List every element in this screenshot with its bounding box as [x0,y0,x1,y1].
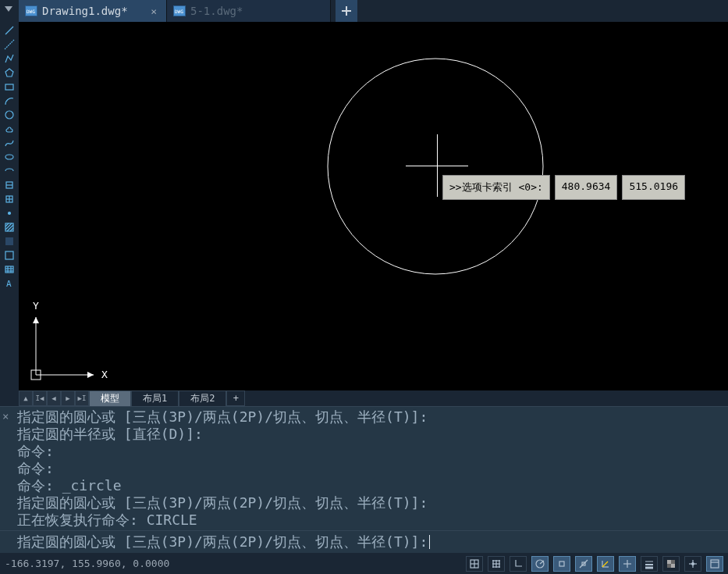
ducs-toggle[interactable] [597,556,614,572]
dynamic-prompt[interactable]: >>选项卡索引 <0>: [442,175,550,200]
command-history[interactable]: 指定圆的圆心或 [三点(3P)/两点(2P)/切点、切点、半径(T)]: 指定圆… [0,407,728,530]
drawing-canvas[interactable]: >>选项卡索引 <0>: 480.9634 515.0196 X Y [19,22,728,390]
svg-rect-54 [667,560,671,564]
ucs-x-label: X [101,369,108,380]
file-tab-drawing1[interactable]: Drawing1.dwg* × [19,0,167,22]
layout-nav-up-icon[interactable]: ▲ [19,390,33,406]
layout-nav-next-icon[interactable]: ▶ [61,390,75,406]
circle-tool[interactable] [2,108,17,122]
spline-tool[interactable] [2,136,17,150]
transparency-toggle[interactable] [662,556,680,572]
svg-rect-59 [711,560,719,568]
command-window: × 指定圆的圆心或 [三点(3P)/两点(2P)/切点、切点、半径(T)]: 指… [0,406,728,553]
osnap-toggle[interactable] [553,556,570,572]
layout-nav-prev-icon[interactable]: ◀ [47,390,61,406]
svg-point-58 [691,562,694,565]
otrack-toggle[interactable] [575,556,592,572]
selection-cycling-toggle[interactable] [684,556,701,572]
command-history-line: 指定圆的半径或 [直径(D)]: [17,426,728,443]
svg-rect-55 [671,564,675,568]
layout-nav-first-icon[interactable]: I◀ [33,390,47,406]
close-commandline-icon[interactable]: × [2,410,13,421]
ucs-icon: X Y [25,300,111,386]
status-bar: -166.3197, 155.9960, 0.0000 [0,553,728,574]
command-history-line: 命令: _circle [17,477,728,494]
ellipse-tool[interactable] [2,150,17,164]
svg-marker-27 [87,372,94,378]
svg-line-14 [5,223,12,230]
quick-properties-toggle[interactable] [706,556,723,572]
polygon-tool[interactable] [2,66,17,80]
svg-rect-18 [5,251,13,259]
hatch-tool[interactable] [2,220,17,234]
make-block-tool[interactable] [2,192,17,206]
command-history-line: 指定圆的圆心或 [三点(3P)/两点(2P)/切点、切点、半径(T)]: [17,494,728,512]
table-tool[interactable] [2,262,17,276]
svg-line-43 [580,560,588,568]
construction-line-tool[interactable] [2,37,17,52]
svg-rect-12 [5,223,13,231]
file-tab-label: 5-1.dwg* [190,5,324,17]
svg-rect-3 [5,84,13,90]
svg-text:A: A [6,279,12,289]
svg-line-47 [602,562,608,567]
layout-tab-add-button[interactable]: + [226,390,245,406]
svg-point-5 [5,155,13,159]
mtext-tool[interactable]: A [2,276,17,291]
command-input[interactable]: 指定圆的圆心或 [三点(3P)/两点(2P)/切点、切点、半径(T)]: [0,530,728,553]
layout-tab-bar: ▲ I◀ ◀ ▶ ▶I 模型 布局1 布局2 + [0,390,728,406]
polyline-tool[interactable] [2,52,17,66]
text-cursor-icon [429,535,430,549]
ellipse-arc-tool[interactable] [2,164,17,178]
file-tab-5-1[interactable]: 5-1.dwg* [167,0,331,22]
tab-list-dropdown-icon[interactable] [5,6,12,12]
svg-line-0 [5,27,13,34]
svg-line-16 [10,228,13,231]
layout-tab-layout1[interactable]: 布局1 [131,390,179,406]
svg-point-25 [328,59,543,274]
plus-icon [342,6,351,16]
model-space-view [19,22,728,390]
draw-tool-palette: A [0,22,19,390]
main-area: A >>选项卡索引 <0>: 480.9634 515.0196 X Y [0,22,728,390]
lineweight-toggle[interactable] [641,556,658,572]
dynamic-x-value[interactable]: 480.9634 [555,175,618,200]
svg-rect-19 [5,266,13,273]
status-coordinates[interactable]: -166.3197, 155.9960, 0.0000 [5,558,239,569]
layout-tab-model[interactable]: 模型 [89,390,131,406]
dwg-file-icon [173,5,186,16]
command-history-line: 命令: [17,460,728,477]
dynamic-y-value[interactable]: 515.0196 [622,175,685,200]
arc-tool[interactable] [2,94,17,108]
svg-point-11 [9,212,11,215]
layout-tab-layout2[interactable]: 布局2 [179,390,226,406]
dyn-input-toggle[interactable] [619,556,636,572]
svg-point-4 [5,111,13,119]
gradient-tool[interactable] [2,234,17,248]
document-tab-bar: Drawing1.dwg* × 5-1.dwg* [0,0,728,22]
ortho-toggle[interactable] [510,556,527,572]
rectangle-tool[interactable] [2,80,17,94]
command-prompt: 指定圆的圆心或 [三点(3P)/两点(2P)/切点、切点、半径(T)]: [17,533,428,551]
new-tab-button[interactable] [336,0,357,22]
revcloud-tool[interactable] [2,122,17,136]
svg-line-15 [7,225,13,231]
region-tool[interactable] [2,248,17,262]
line-tool[interactable] [2,23,17,37]
layout-nav-last-icon[interactable]: ▶I [75,390,89,406]
command-history-line: 指定圆的圆心或 [三点(3P)/两点(2P)/切点、切点、半径(T)]: [17,408,728,426]
command-history-line: 命令: [17,443,728,460]
grid-display-toggle[interactable] [488,556,505,572]
close-tab-icon[interactable]: × [147,5,160,17]
ucs-y-label: Y [33,300,39,312]
command-history-line: 正在恢复执行命令: CIRCLE [17,512,728,529]
svg-rect-42 [559,562,564,566]
snap-grid-toggle[interactable] [466,556,483,572]
dynamic-input: >>选项卡索引 <0>: 480.9634 515.0196 [442,175,685,200]
insert-block-tool[interactable] [2,178,17,192]
point-tool[interactable] [2,206,17,220]
file-tab-label: Drawing1.dwg* [42,5,147,17]
svg-line-1 [5,40,14,49]
svg-marker-29 [33,317,39,323]
polar-toggle[interactable] [531,556,549,572]
